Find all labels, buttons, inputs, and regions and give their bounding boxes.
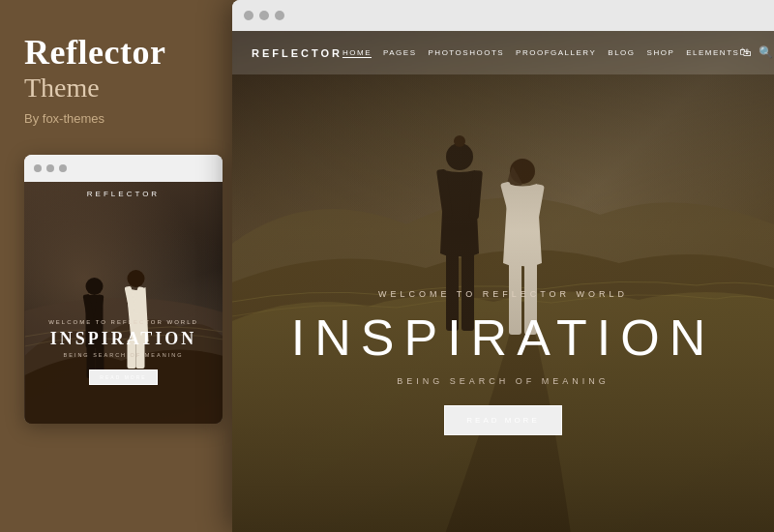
nav-blog[interactable]: BLOG — [608, 48, 635, 57]
browser-content: REFLECTOR HOME PAGES PHOTOSHOOTS PROOFGA… — [232, 31, 774, 532]
mobile-silhouette-svg — [24, 182, 223, 424]
mobile-logo: REFLECTOR — [24, 190, 223, 198]
browser-dot-2 — [259, 11, 269, 20]
mobile-titlebar — [24, 155, 223, 182]
cart-icon[interactable]: 🛍 — [739, 45, 751, 60]
nav-links: HOME PAGES PHOTOSHOOTS PROOFGALLERY BLOG… — [342, 48, 739, 58]
left-panel: Reflector Theme By fox-themes — [0, 0, 237, 532]
search-icon[interactable]: 🔍 — [759, 45, 773, 60]
theme-author: By fox-themes — [24, 111, 104, 126]
nav-pages[interactable]: PAGES — [383, 48, 416, 57]
nav-proofgallery[interactable]: PROOFGALLERY — [516, 48, 596, 57]
right-panel: REFLECTOR HOME PAGES PHOTOSHOOTS PROOFGA… — [232, 0, 774, 532]
desktop-tagline: BEING SEARCH OF MEANING — [232, 376, 774, 386]
nav-shop[interactable]: SHOP — [647, 48, 675, 57]
desktop-welcome: WELCOME TO REFLECTOR WORLD — [232, 289, 774, 299]
mobile-preview: REFLECTOR WELCOME TO REFLECTOR WORLD INS… — [24, 155, 223, 424]
browser-dot-1 — [244, 11, 253, 20]
svg-point-1 — [85, 278, 103, 295]
mobile-overlay: WELCOME TO REFLECTOR WORLD INSPIRATION B… — [24, 319, 223, 385]
mobile-welcome: WELCOME TO REFLECTOR WORLD — [34, 319, 213, 325]
mobile-inspiration: INSPIRATION — [34, 329, 213, 349]
theme-title: Reflector — [24, 34, 165, 73]
mobile-dot-1 — [34, 164, 42, 172]
desktop-read-more-button[interactable]: READ MORE — [444, 405, 561, 435]
mobile-dot-3 — [59, 164, 67, 172]
browser-titlebar — [232, 0, 774, 31]
svg-rect-23 — [232, 31, 774, 532]
nav-elements[interactable]: ELEMENTS — [686, 48, 739, 57]
desktop-logo: REFLECTOR — [252, 47, 342, 59]
mobile-dot-2 — [46, 164, 54, 172]
landscape-svg — [232, 31, 774, 532]
mobile-hero-image: REFLECTOR WELCOME TO REFLECTOR WORLD INS… — [24, 182, 223, 424]
nav-icons: 🛍 🔍 — [739, 45, 773, 60]
mobile-tagline: BEING SEARCH OF MEANING — [34, 352, 213, 358]
mobile-read-more-button[interactable]: READ MORE — [89, 369, 157, 385]
desktop-hero-text: WELCOME TO REFLECTOR WORLD INSPIRATION B… — [232, 289, 774, 435]
desktop-inspiration: INSPIRATION — [232, 309, 774, 367]
nav-home[interactable]: HOME — [342, 48, 372, 58]
nav-photoshoots[interactable]: PHOTOSHOOTS — [429, 48, 505, 57]
theme-subtitle: Theme — [24, 73, 100, 103]
browser-dot-3 — [275, 11, 284, 20]
desktop-navbar: REFLECTOR HOME PAGES PHOTOSHOOTS PROOFGA… — [232, 31, 774, 74]
svg-point-7 — [127, 270, 144, 287]
